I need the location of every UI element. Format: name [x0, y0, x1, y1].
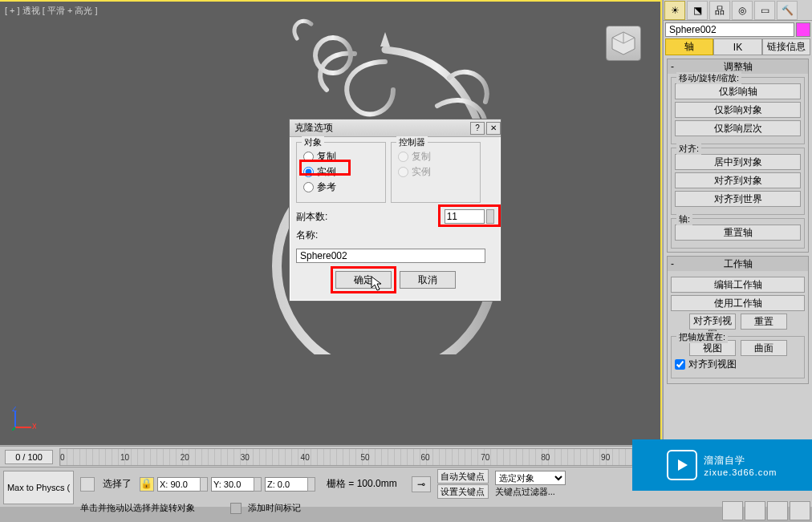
affect-object-only-button[interactable]: 仅影响对象: [675, 102, 801, 118]
select-lock-icon[interactable]: [80, 477, 95, 492]
object-color-chip[interactable]: [796, 22, 810, 37]
ctrl-instance-label: 实例: [412, 165, 431, 179]
y-input[interactable]: [211, 477, 254, 492]
nav-tool-4[interactable]: [790, 501, 810, 520]
help-button[interactable]: ?: [470, 122, 485, 135]
timeline[interactable]: 0 / 100 0 10 20 30 40 50 60 70 80 90 100: [0, 446, 662, 467]
axis-gizmo: z x: [12, 407, 36, 431]
working-pivot-rollout: -工作轴 编辑工作轴 使用工作轴 对齐到视图 重置 把轴放置在: 视图 曲面 对…: [667, 256, 809, 384]
align-to-view-button[interactable]: 对齐到视图: [689, 314, 736, 330]
instance-radio-row[interactable]: 实例: [303, 165, 379, 178]
group-title: 控制器: [396, 136, 428, 148]
group-title: 移动/旋转/缩放:: [676, 72, 741, 84]
tick: 0: [60, 453, 65, 462]
align-to-view-checkbox-row[interactable]: 对齐到视图: [675, 358, 801, 371]
viewport-label[interactable]: [ + ] 透视 [ 平滑 + 高光 ]: [5, 5, 98, 17]
z-field[interactable]: [265, 477, 315, 492]
dialog-title: 克隆选项: [294, 121, 333, 135]
tick: 30: [241, 453, 250, 462]
nav-tool-2[interactable]: [745, 501, 765, 520]
close-button[interactable]: ✕: [486, 122, 501, 135]
dialog-titlebar[interactable]: 克隆选项 ? ✕: [290, 119, 501, 137]
pivot-tab[interactable]: 轴: [665, 38, 713, 55]
ctrl-instance-radio: [398, 167, 408, 177]
edit-working-pivot-button[interactable]: 编辑工作轴: [671, 277, 805, 293]
axis-group: 轴: 重置轴: [671, 218, 805, 249]
group-title: 轴:: [676, 213, 692, 225]
motion-tab-icon[interactable]: ◎: [732, 1, 753, 20]
copy-radio-row[interactable]: 复制: [303, 150, 379, 163]
reset-pivot-button[interactable]: 重置轴: [675, 225, 801, 241]
display-tab-icon[interactable]: ▭: [754, 1, 775, 20]
time-tag-icon[interactable]: [230, 503, 242, 514]
reset-button[interactable]: 重置: [741, 314, 787, 330]
copies-input[interactable]: [445, 209, 485, 224]
reference-radio-row[interactable]: 参考: [303, 180, 379, 193]
status-text: 单击并拖动以选择并旋转对象: [80, 502, 195, 514]
tick: 70: [481, 453, 489, 462]
working-pivot-header[interactable]: -工作轴: [668, 257, 808, 271]
x-input[interactable]: [157, 477, 201, 492]
viewport-nav-tools: [722, 501, 810, 520]
reference-radio[interactable]: [303, 182, 314, 192]
auto-key-button[interactable]: 自动关键点: [437, 469, 489, 484]
instance-radio[interactable]: [303, 167, 314, 177]
link-info-tab[interactable]: 链接信息: [762, 38, 810, 55]
svg-text:x: x: [32, 420, 36, 431]
key-filter-dropdown[interactable]: 选定对象: [495, 471, 566, 485]
selection-label: 选择了: [103, 477, 132, 491]
command-panel: ☀ ⬔ 品 ◎ ▭ 🔨 轴 IK 链接信息 -调整轴 移动/旋转/缩放: 仅影响…: [663, 0, 812, 446]
panel-tabs: ☀ ⬔ 品 ◎ ▭ 🔨: [664, 0, 812, 21]
maxscript-button[interactable]: Max to Physcs (: [3, 471, 74, 504]
key-mode-icon[interactable]: ⊸: [412, 476, 431, 492]
ctrl-copy-label: 复制: [412, 150, 431, 164]
align-to-object-button[interactable]: 对齐到对象: [675, 172, 801, 188]
watermark-title: 溜溜自学: [704, 455, 745, 466]
utilities-tab-icon[interactable]: 🔨: [777, 1, 798, 20]
tick: 20: [181, 453, 189, 462]
ctrl-copy-radio-row: 复制: [398, 150, 473, 163]
y-field[interactable]: [211, 477, 262, 492]
object-name-input[interactable]: [665, 22, 794, 37]
watermark-url: zixue.3d66.com: [704, 467, 777, 477]
align-to-view-checkbox[interactable]: [675, 359, 685, 370]
create-tab-icon[interactable]: ☀: [664, 1, 685, 20]
cancel-button[interactable]: 取消: [400, 271, 456, 289]
add-time-tag[interactable]: 添加时间标记: [248, 502, 301, 514]
ctrl-instance-radio-row: 实例: [398, 165, 473, 178]
adjust-pivot-rollout: -调整轴 移动/旋转/缩放: 仅影响轴 仅影响对象 仅影响层次 对齐: 居中到对…: [667, 59, 809, 253]
center-to-object-button[interactable]: 居中到对象: [675, 154, 801, 170]
z-input[interactable]: [265, 477, 308, 492]
affect-pivot-only-button[interactable]: 仅影响轴: [675, 83, 801, 99]
nav-tool-1[interactable]: [722, 501, 743, 520]
x-field[interactable]: [157, 477, 208, 492]
align-to-view-label: 对齐到视图: [688, 358, 737, 371]
timeline-ruler[interactable]: 0 10 20 30 40 50 60 70 80 90 100: [59, 448, 662, 466]
key-filter-label[interactable]: 关键点过滤器...: [495, 486, 566, 498]
watermark: 溜溜自学 zixue.3d66.com: [632, 439, 812, 491]
controller-group: 控制器 复制 实例: [391, 142, 481, 203]
ctrl-copy-radio: [398, 152, 408, 162]
name-input[interactable]: [296, 249, 485, 263]
place-pivot-group: 把轴放置在: 视图 曲面 对齐到视图: [671, 336, 805, 378]
ik-tab[interactable]: IK: [713, 38, 761, 55]
place-surface-button[interactable]: 曲面: [741, 340, 787, 356]
copy-radio[interactable]: [303, 152, 314, 162]
use-working-pivot-button[interactable]: 使用工作轴: [671, 295, 805, 311]
hierarchy-tab-icon[interactable]: 品: [709, 1, 730, 20]
name-label: 名称:: [296, 229, 318, 242]
clone-options-dialog: 克隆选项 ? ✕ 对象 复制 实例 参考: [289, 119, 501, 301]
play-icon: [667, 450, 697, 480]
svg-text:z: z: [12, 407, 17, 414]
tick: 40: [301, 453, 310, 462]
lock-icon[interactable]: 🔒: [140, 477, 154, 492]
time-slider[interactable]: 0 / 100: [5, 450, 53, 464]
set-key-button[interactable]: 设置关键点: [437, 484, 489, 499]
nav-tool-3[interactable]: [767, 501, 788, 520]
tick: 10: [120, 453, 129, 462]
modify-tab-icon[interactable]: ⬔: [687, 1, 708, 20]
align-to-world-button[interactable]: 对齐到世界: [675, 191, 801, 207]
affect-hierarchy-only-button[interactable]: 仅影响层次: [675, 120, 801, 136]
ok-button[interactable]: 确定: [335, 271, 392, 289]
viewcube[interactable]: [606, 26, 641, 61]
